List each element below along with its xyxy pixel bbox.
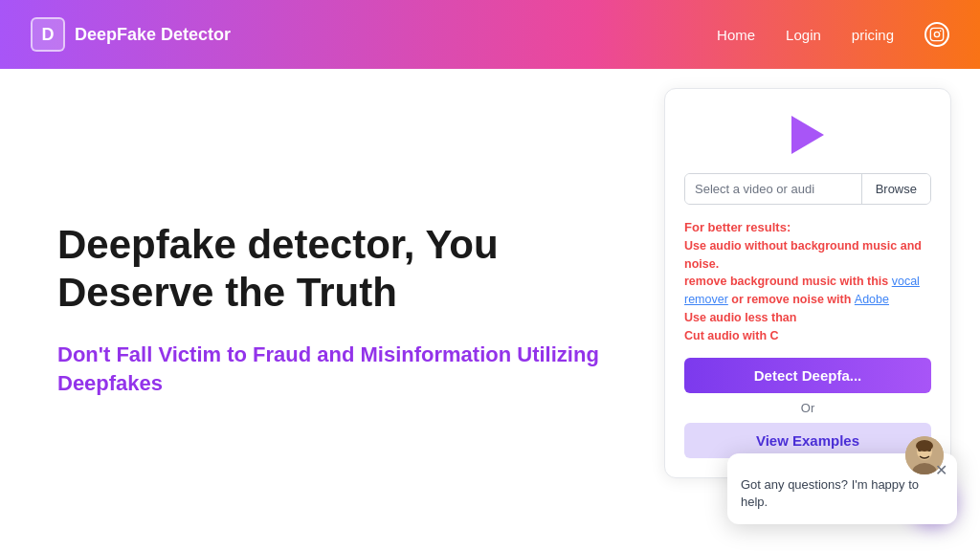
tip-remove-prefix: remove background music with this — [684, 275, 892, 288]
svg-point-2 — [940, 31, 942, 33]
chat-close-button[interactable]: ✕ — [935, 463, 947, 478]
play-icon-wrap — [684, 112, 931, 158]
chat-bubble: ✕ Got any questions? I'm happy to help. — [727, 453, 957, 524]
svg-rect-0 — [930, 28, 943, 40]
file-input-label: Select a video or audi — [685, 174, 861, 204]
main-nav: Home Login pricing — [717, 22, 949, 47]
hero-subtitle: Don't Fall Victim to Fraud and Misinform… — [57, 341, 616, 400]
nav-login[interactable]: Login — [786, 27, 821, 43]
hero-title: Deepfake detector, You Deserve the Truth — [57, 221, 616, 318]
logo-icon: D — [31, 17, 65, 52]
nav-pricing[interactable]: pricing — [852, 27, 894, 43]
header: D DeepFake Detector Home Login pricing — [0, 0, 980, 69]
adobe-link[interactable]: Adobe — [855, 293, 889, 306]
app-title: DeepFake Detector — [75, 25, 231, 45]
tip-cut-audio: Cut audio with C — [684, 329, 779, 342]
svg-point-8 — [916, 440, 933, 452]
file-input-row[interactable]: Select a video or audi Browse — [684, 173, 931, 205]
hero-section: Deepfake detector, You Deserve the Truth… — [0, 69, 655, 551]
nav-home[interactable]: Home — [717, 27, 755, 43]
browse-button[interactable]: Browse — [861, 174, 930, 204]
detector-card: Select a video or audi Browse For better… — [664, 88, 951, 478]
tip-use-audio: Use audio without background music and n… — [684, 239, 922, 271]
instagram-icon[interactable] — [924, 22, 949, 47]
logo-area[interactable]: D DeepFake Detector — [31, 17, 231, 52]
or-divider: Or — [684, 401, 931, 415]
chat-bubble-text: Got any questions? I'm happy to help. — [741, 476, 944, 511]
tip-remove-mid: or remove noise with — [728, 293, 855, 306]
svg-point-1 — [934, 32, 939, 36]
tip-use-less: Use audio less than — [684, 311, 796, 324]
play-icon — [791, 116, 824, 154]
tips-section: For better results: Use audio without ba… — [684, 218, 931, 344]
tips-for-better: For better results: — [684, 220, 791, 234]
detect-button[interactable]: Detect Deepfa... — [684, 358, 931, 393]
